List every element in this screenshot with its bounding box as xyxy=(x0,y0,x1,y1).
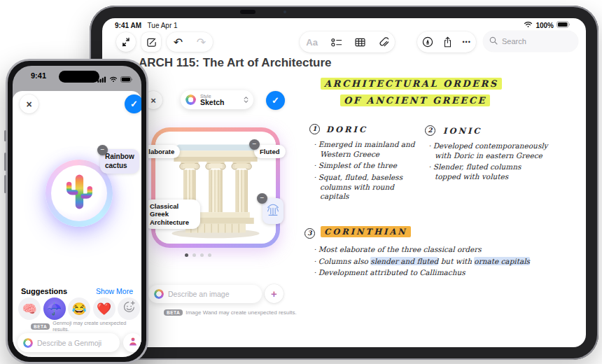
genmoji-disclaimer: Genmoji may create unexpected results. xyxy=(52,320,141,332)
ionic-number: 2 xyxy=(425,125,435,136)
cellular-icon xyxy=(97,73,106,85)
compose-button[interactable] xyxy=(141,32,161,52)
ipad-time: 9:41 AM xyxy=(115,22,141,29)
genmoji-prompt-field[interactable] xyxy=(18,333,120,352)
ipad-status-bar: 9:41 AM Tue Apr 1 100% xyxy=(102,18,586,31)
image-wand-confirm-button[interactable]: ✓ xyxy=(266,91,285,110)
more-button[interactable]: ••• xyxy=(462,38,470,46)
ionic-bullet-1: · Developed contemporaneously with Doric… xyxy=(428,141,549,160)
format-toolbar: Aa xyxy=(300,31,395,52)
ionic-bullet-2: · Slender, fluted columns topped with vo… xyxy=(428,162,549,181)
suggestion-joy-emoji[interactable]: 😂 xyxy=(68,298,90,320)
remove-fluted-button[interactable]: − xyxy=(249,139,260,150)
search-icon xyxy=(489,35,498,48)
attachment-button[interactable] xyxy=(379,37,388,48)
text-format-button: Aa xyxy=(306,37,318,48)
battery-icon xyxy=(556,21,570,29)
corinthian-heading: CORINTHIAN xyxy=(321,227,411,237)
genmoji-beta-note: BETA Genmoji may create unexpected resul… xyxy=(31,320,141,332)
corinthian-bullet-1: · Most elaborate of the three classical … xyxy=(314,245,545,255)
undo-button[interactable]: ↶ xyxy=(174,36,183,49)
image-wand-icon xyxy=(154,289,164,299)
collapse-button[interactable] xyxy=(116,32,136,52)
volume-up-button xyxy=(4,153,6,171)
ionic-heading: IONIC xyxy=(443,126,482,136)
undo-redo-group: ↶ ↷ xyxy=(167,32,213,52)
wifi-icon xyxy=(524,21,533,29)
image-pager-dots[interactable] xyxy=(185,253,211,257)
checklist-button[interactable] xyxy=(331,38,342,47)
iphone-screen: 9:41 × ✓ xyxy=(13,66,141,357)
notes-heading-line1: ARCHITECTURAL ORDERS xyxy=(321,78,502,89)
ipad-screen: 9:41 AM Tue Apr 1 100% xyxy=(102,18,586,347)
battery-icon xyxy=(120,73,133,85)
image-wand-prompt-field[interactable] xyxy=(148,285,262,303)
image-wand-prompt-input[interactable] xyxy=(168,290,262,298)
ipad-date: Tue Apr 1 xyxy=(148,22,178,29)
suggestion-brain-emoji[interactable]: 🧠 xyxy=(18,298,41,320)
ipad-device: 9:41 AM Tue Apr 1 100% xyxy=(90,6,598,360)
notes-heading-line2: OF ANCIENT GREECE xyxy=(340,95,490,106)
share-icon[interactable] xyxy=(443,36,452,48)
ipad-camera xyxy=(240,10,255,14)
doric-bullet-2: · Simplest of the three xyxy=(314,161,420,171)
person-icon xyxy=(127,336,139,350)
style-selector[interactable]: Style Sketch xyxy=(181,90,253,109)
genmoji-close-button[interactable]: × xyxy=(20,94,38,113)
collapse-arrows-icon xyxy=(121,37,131,47)
iphone-bezel: 9:41 × ✓ xyxy=(8,61,146,362)
corinthian-bullets: · Most elaborate of the three classical … xyxy=(314,245,545,280)
doric-bullet-3: · Squat, fluted, baseless columns with r… xyxy=(314,173,420,202)
mute-switch xyxy=(4,130,6,141)
actions-toolbar: ••• xyxy=(417,31,476,52)
beta-badge: BETA xyxy=(31,323,50,330)
doric-bullet-1: · Emerged in mainland and Western Greece xyxy=(314,140,420,159)
style-value: Sketch xyxy=(200,99,239,106)
chevron-up-down-icon xyxy=(244,97,248,103)
doric-number: 1 xyxy=(309,124,320,134)
image-playground-icon xyxy=(186,94,196,105)
suggestion-umbrella-emoji[interactable]: ☂️ xyxy=(43,298,66,320)
remove-sketch-thumbnail-button[interactable]: − xyxy=(257,193,267,204)
note-title[interactable]: ARCH 115: The Art of Architecture xyxy=(139,56,332,70)
volume-down-button xyxy=(4,175,6,193)
column-sketch-icon xyxy=(265,202,281,221)
image-wand-disclaimer: Image Wand may create unexpected results… xyxy=(186,309,296,316)
doric-heading: DORIC xyxy=(326,125,368,134)
emoji-suggestions-row: 🧠 ☂️ 😂 ❤️ xyxy=(18,298,140,320)
beta-badge: BETA xyxy=(164,309,183,316)
doric-bullets: · Emerged in mainland and Western Greece… xyxy=(314,140,420,204)
wifi-icon xyxy=(109,73,118,85)
remove-prompt-button[interactable]: − xyxy=(97,145,108,155)
chip-classical-greek[interactable]: Classical Greek Architecture xyxy=(144,200,200,229)
show-more-link[interactable]: Show More xyxy=(96,287,133,295)
table-button[interactable] xyxy=(355,38,365,47)
search-field[interactable] xyxy=(483,31,578,52)
suggestion-heart-emoji[interactable]: ❤️ xyxy=(93,298,115,320)
suggestions-label: Suggestions xyxy=(21,287,67,295)
image-wand-beta-note: BETA Image Wand may create unexpected re… xyxy=(164,309,297,316)
add-image-button[interactable]: + xyxy=(265,284,284,303)
corinthian-bullet-2: · Columns also slender and fluted but wi… xyxy=(314,257,545,267)
new-genmoji-button[interactable] xyxy=(118,298,140,320)
genmoji-icon xyxy=(23,338,33,348)
ipad-sensor-dot xyxy=(284,10,286,13)
rainbow-cactus-emoji xyxy=(64,173,94,214)
person-genmoji-button[interactable] xyxy=(123,333,141,352)
iphone-time: 9:41 xyxy=(31,71,46,80)
genmoji-prompt-input[interactable] xyxy=(37,339,114,347)
markup-button[interactable] xyxy=(422,36,433,48)
genmoji-sheet: × ✓ xyxy=(13,91,141,357)
compose-icon xyxy=(146,37,157,48)
iphone-status-bar: 9:41 xyxy=(13,66,141,87)
dynamic-island xyxy=(59,71,99,83)
corinthian-number: 3 xyxy=(304,228,315,239)
corinthian-bullet-3: · Development attributed to Callimachus xyxy=(314,268,545,278)
iphone-device: 9:41 × ✓ xyxy=(6,59,148,364)
redo-button: ↷ xyxy=(197,36,206,49)
plus-icon: + xyxy=(271,288,277,300)
genmoji-confirm-button[interactable]: ✓ xyxy=(125,94,141,113)
smiley-plus-icon xyxy=(122,300,136,317)
search-input[interactable] xyxy=(502,37,586,46)
ionic-bullets: · Developed contemporaneously with Doric… xyxy=(428,141,549,184)
